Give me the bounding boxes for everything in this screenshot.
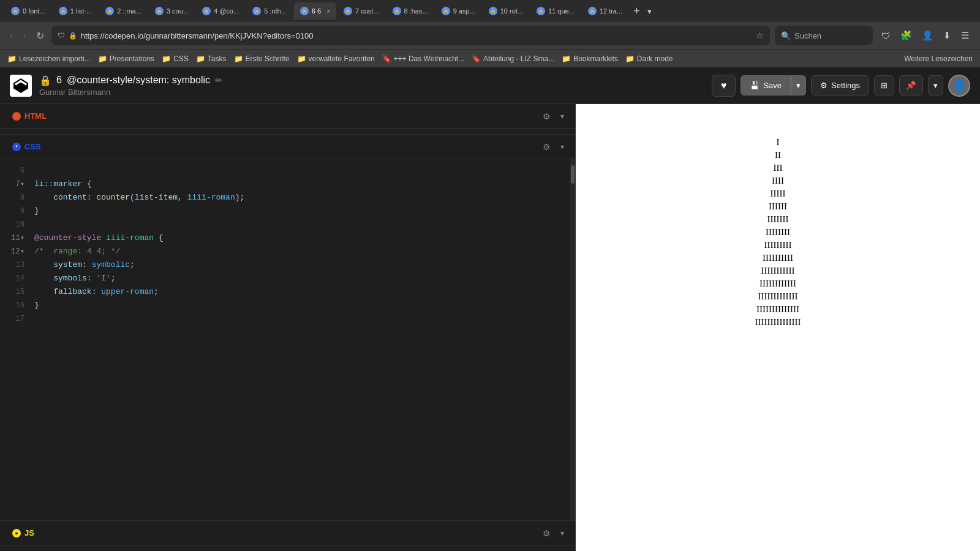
shield-nav-icon[interactable]: 🛡: [878, 28, 894, 43]
js-label: JS: [24, 528, 34, 538]
tab-11[interactable]: 🔒 10 rot...: [483, 2, 529, 20]
line-content-10: [34, 218, 39, 231]
html-tab[interactable]: HTML: [7, 109, 51, 123]
tab-6[interactable]: 🔒 5 :nth...: [246, 2, 293, 20]
save-button[interactable]: 💾 Save: [741, 75, 791, 96]
tab-label-7: 6 6: [312, 7, 321, 15]
extension-icon[interactable]: 🧩: [897, 28, 916, 43]
css-tab-bar: * CSS ⚙ ▾: [0, 135, 575, 159]
editor-scrollbar[interactable]: [570, 159, 575, 520]
preview-list-container: I II III IIII IIIII IIIIII IIIIIII IIIII…: [755, 116, 801, 330]
line-number-6: 6: [7, 164, 24, 178]
forward-button[interactable]: ›: [20, 28, 28, 43]
bookmark-presentations[interactable]: 📁 Presentations: [98, 54, 154, 63]
tab-bar: 🔒 0 font... 🔒 1 list-... 🔒 2 ::ma... 🔒 3…: [0, 0, 980, 22]
tab-8[interactable]: 🔒 7 cust...: [337, 2, 385, 20]
save-dropdown-button[interactable]: ▾: [791, 75, 806, 96]
tab-7[interactable]: 🔒 6 6 ×: [294, 2, 336, 20]
code-line-15: 15 fallback: upper-roman;: [0, 285, 575, 299]
html-editor-section: HTML ⚙ ▾: [0, 104, 575, 135]
line-number-14: 14: [7, 272, 24, 285]
tab-5[interactable]: 🔒 4 @co...: [196, 2, 245, 20]
code-line-17: 17: [0, 312, 575, 326]
bookmark-tasks[interactable]: 📁 Tasks: [196, 54, 227, 63]
bookmark-abteilung[interactable]: 🔖 Abteilung - LIZ Sma...: [472, 54, 554, 63]
tab-13[interactable]: 🔒 12 tra...: [582, 2, 628, 20]
line-content-11: @counter-style iiii-roman {: [34, 231, 164, 245]
tab-close-7[interactable]: ×: [326, 8, 330, 15]
js-tab-actions: ⚙ ▾: [539, 527, 568, 539]
tab-2[interactable]: 🔒 1 list-...: [53, 2, 98, 20]
html-collapse-button[interactable]: ▾: [557, 110, 568, 122]
security-icon: 🛡: [58, 31, 65, 40]
pen-title-text: @counter-style/system: symbolic: [67, 75, 210, 86]
pen-edit-icon[interactable]: ✏: [215, 75, 222, 85]
main-content: HTML ⚙ ▾ * CSS ⚙ ▾: [0, 104, 980, 551]
css-collapse-button[interactable]: ▾: [557, 141, 568, 153]
css-tab[interactable]: * CSS: [7, 140, 46, 154]
bookmark-css[interactable]: 📁 CSS: [162, 54, 189, 63]
js-dot: ●: [12, 529, 21, 538]
tab-label-11: 10 rot...: [500, 7, 523, 15]
save-button-group: 💾 Save ▾: [741, 75, 806, 96]
js-collapse-button[interactable]: ▾: [557, 527, 568, 539]
preview-list: I II III IIII IIIII IIIIII IIIIIII IIIII…: [755, 137, 801, 328]
pen-number-emoji: 🔒: [39, 75, 51, 86]
menu-icon[interactable]: ☰: [957, 28, 973, 43]
bookmark-erste[interactable]: 📁 Erste Schritte: [234, 54, 290, 63]
list-item: II: [755, 150, 801, 160]
codepen-logo[interactable]: [10, 75, 32, 97]
tab-10[interactable]: 🔒 9 asp...: [435, 2, 481, 20]
more-bookmarks[interactable]: Weitere Lesezeichen: [904, 54, 973, 63]
js-tab[interactable]: ● JS: [7, 526, 39, 540]
settings-button[interactable]: ⚙ Settings: [811, 75, 869, 96]
tab-4[interactable]: 🔒 3 cou...: [149, 2, 195, 20]
bookmark-import[interactable]: 📁 Lesezeichen importi...: [7, 54, 91, 63]
tab-overflow-button[interactable]: ▾: [645, 7, 654, 16]
bookmark-bookmarklets[interactable]: 📁 Bookmarklets: [562, 54, 618, 63]
tab-12[interactable]: 🔒 11 que...: [530, 2, 581, 20]
editor-scrollbar-thumb: [571, 165, 575, 184]
bookmark-verwaltete[interactable]: 📁 verwaltete Favoriten: [297, 54, 375, 63]
back-button[interactable]: ‹: [7, 28, 15, 43]
list-item: IIIIIIIIIII: [755, 266, 801, 276]
list-item: I: [755, 137, 801, 148]
js-settings-button[interactable]: ⚙: [539, 527, 554, 539]
account-icon[interactable]: 👤: [918, 28, 937, 43]
address-bar[interactable]: 🛡 🔒 https://codepen.io/gunnarbittersmann…: [51, 26, 770, 45]
tab-label-12: 11 que...: [548, 7, 575, 15]
list-item: IIII: [755, 176, 801, 186]
pin-button[interactable]: 📌: [899, 75, 923, 96]
new-tab-button[interactable]: +: [630, 5, 644, 18]
preview-content: I II III IIII IIIII IIIIII IIIIIII IIIII…: [576, 104, 980, 551]
download-icon[interactable]: ⬇: [940, 28, 955, 43]
search-box[interactable]: 🔍 Suchen: [775, 26, 873, 45]
tab-label-5: 4 @co...: [214, 7, 239, 15]
html-dot: [12, 112, 21, 121]
html-label: HTML: [24, 111, 47, 121]
layout-button[interactable]: ⊞: [874, 75, 894, 96]
list-item: IIIIIIIIIIII: [755, 279, 801, 289]
bookmark-star-icon[interactable]: ☆: [756, 31, 764, 40]
tab-icon-2: 🔒: [59, 7, 67, 15]
tab-label-10: 9 asp...: [453, 7, 475, 15]
code-line-12: 12▾ /* range: 4 4; */: [0, 245, 575, 258]
bookmark-darkmode[interactable]: 📁 Dark mode: [625, 54, 673, 63]
bookmark-weihnacht[interactable]: 🔖 +++ Das Weihnacht...: [382, 54, 465, 63]
line-number-16: 16: [7, 299, 24, 312]
more-button[interactable]: ▾: [928, 75, 943, 96]
refresh-button[interactable]: ↻: [34, 28, 47, 44]
tab-9[interactable]: 🔒 8 :has...: [386, 2, 434, 20]
heart-button[interactable]: ♥: [712, 75, 736, 97]
css-settings-button[interactable]: ⚙: [539, 141, 554, 153]
css-code-editor[interactable]: 6 7▾ li::marker { 8 content: counter(lis…: [0, 159, 575, 520]
pin-icon: 📌: [906, 81, 916, 90]
tab-3[interactable]: 🔒 2 ::ma...: [99, 2, 148, 20]
tab-1[interactable]: 🔒 0 font...: [5, 2, 51, 20]
avatar[interactable]: 👤: [948, 75, 970, 97]
code-line-10: 10: [0, 218, 575, 231]
tab-icon-9: 🔒: [393, 7, 401, 15]
settings-label: Settings: [831, 81, 860, 90]
html-tab-actions: ⚙ ▾: [539, 110, 568, 122]
html-settings-button[interactable]: ⚙: [539, 110, 554, 122]
